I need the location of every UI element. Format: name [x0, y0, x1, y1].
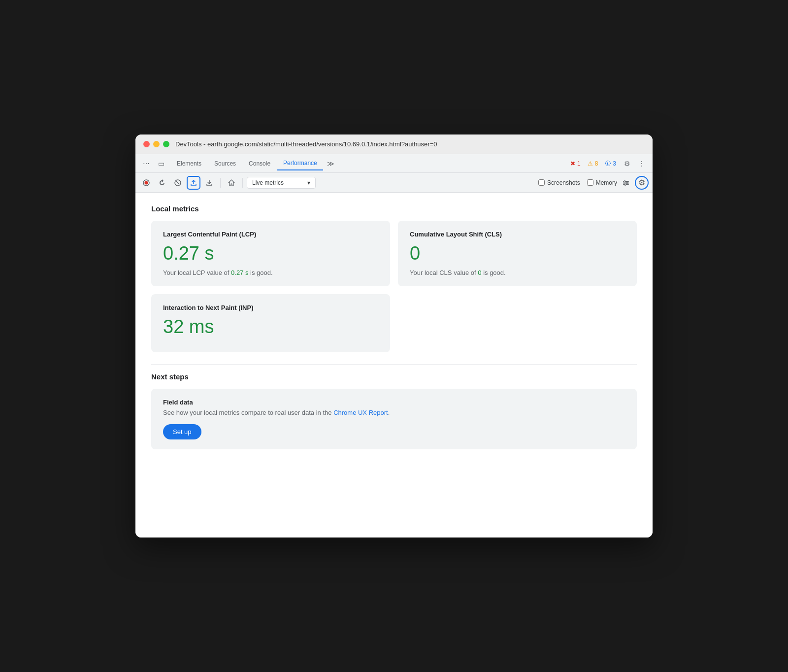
title-bar: DevTools - earth.google.com/static/multi…	[135, 134, 653, 154]
screenshots-checkbox[interactable]: Screenshots	[538, 179, 580, 186]
device-toolbar-icon[interactable]: ▭	[154, 157, 168, 170]
info-icon: 🛈	[605, 160, 611, 167]
tab-performance[interactable]: Performance	[277, 157, 323, 170]
info-badge: 🛈 3	[602, 159, 619, 168]
clear-button[interactable]	[171, 176, 185, 190]
reload-record-button[interactable]	[155, 176, 169, 190]
lcp-desc-value: 0.27 s	[231, 269, 248, 276]
next-steps-title: Next steps	[151, 372, 637, 381]
svg-line-3	[176, 181, 179, 184]
metrics-grid: Largest Contentful Paint (LCP) 0.27 s Yo…	[151, 221, 637, 286]
error-icon: ✖	[570, 160, 575, 167]
dropdown-arrow-icon: ▾	[307, 179, 310, 186]
devtools-tab-bar: ⋯ ▭ Elements Sources Console Performance…	[135, 154, 653, 173]
svg-point-7	[624, 180, 625, 182]
error-badge: ✖ 1	[567, 159, 584, 168]
screenshots-checkbox-input[interactable]	[538, 179, 545, 186]
inspect-element-icon[interactable]: ⋯	[139, 157, 153, 170]
cls-card: Cumulative Layout Shift (CLS) 0 Your loc…	[398, 221, 637, 286]
settings-icon[interactable]: ⚙	[620, 157, 634, 170]
svg-point-9	[624, 184, 626, 185]
memory-checkbox[interactable]: Memory	[587, 179, 617, 186]
lcp-desc: Your local LCP value of 0.27 s is good.	[163, 269, 378, 276]
devtools-icons: ⋯ ▭	[139, 157, 168, 170]
cls-desc: Your local CLS value of 0 is good.	[410, 269, 625, 276]
checkbox-group: Screenshots Memory	[538, 179, 617, 186]
cls-desc-prefix: Your local CLS value of	[410, 269, 478, 276]
inp-card: Interaction to Next Paint (INP) 32 ms	[151, 294, 390, 352]
field-data-desc-suffix: .	[388, 409, 390, 416]
live-metrics-label: Live metrics	[252, 179, 284, 186]
chrome-ux-report-link[interactable]: Chrome UX Report	[333, 409, 388, 416]
home-button[interactable]	[225, 176, 238, 190]
next-steps-section: Next steps Field data See how your local…	[151, 364, 637, 449]
performance-toolbar: Live metrics ▾ Screenshots Memory	[135, 173, 653, 193]
warning-count: 8	[595, 160, 598, 167]
svg-point-8	[626, 182, 628, 184]
toolbar-divider-2	[242, 178, 243, 188]
info-count: 3	[613, 160, 616, 167]
screenshots-label: Screenshots	[547, 179, 580, 186]
memory-label: Memory	[596, 179, 617, 186]
settings-gear-icon[interactable]: ⚙	[635, 176, 649, 190]
local-metrics-title: Local metrics	[151, 204, 637, 213]
lcp-card: Largest Contentful Paint (LCP) 0.27 s Yo…	[151, 221, 390, 286]
tab-console[interactable]: Console	[243, 157, 276, 170]
upload-profile-button[interactable]	[187, 176, 200, 190]
traffic-lights	[143, 141, 169, 147]
close-button[interactable]	[143, 141, 150, 147]
cls-desc-value: 0	[478, 269, 481, 276]
lcp-value: 0.27 s	[163, 243, 378, 264]
capture-settings-icon[interactable]	[619, 176, 633, 190]
inp-name: Interaction to Next Paint (INP)	[163, 304, 378, 311]
tab-elements[interactable]: Elements	[171, 157, 207, 170]
lcp-desc-prefix: Your local LCP value of	[163, 269, 231, 276]
maximize-button[interactable]	[163, 141, 169, 147]
more-tabs-icon[interactable]: ≫	[324, 157, 338, 170]
lcp-name: Largest Contentful Paint (LCP)	[163, 231, 378, 238]
warning-badge: ⚠ 8	[585, 159, 601, 168]
field-data-title: Field data	[163, 399, 625, 406]
bottom-row: Interaction to Next Paint (INP) 32 ms	[151, 294, 637, 352]
cls-desc-suffix: is good.	[482, 269, 506, 276]
field-data-card: Field data See how your local metrics co…	[151, 389, 637, 449]
cls-name: Cumulative Layout Shift (CLS)	[410, 231, 625, 238]
setup-button[interactable]: Set up	[163, 424, 201, 439]
live-metrics-dropdown[interactable]: Live metrics ▾	[247, 177, 316, 189]
svg-point-1	[145, 181, 148, 184]
memory-checkbox-input[interactable]	[587, 179, 593, 186]
warning-icon: ⚠	[588, 160, 593, 167]
error-count: 1	[577, 160, 581, 167]
field-data-desc-prefix: See how your local metrics compare to re…	[163, 409, 333, 416]
browser-window: DevTools - earth.google.com/static/multi…	[135, 134, 653, 538]
inp-value: 32 ms	[163, 316, 378, 337]
page-title: DevTools - earth.google.com/static/multi…	[175, 140, 437, 148]
cls-value: 0	[410, 243, 625, 264]
field-data-desc: See how your local metrics compare to re…	[163, 409, 625, 416]
download-profile-button[interactable]	[202, 176, 216, 190]
more-options-icon[interactable]: ⋮	[635, 157, 649, 170]
toolbar-divider-1	[220, 178, 221, 188]
minimize-button[interactable]	[153, 141, 160, 147]
tab-sources[interactable]: Sources	[208, 157, 242, 170]
main-content: Local metrics Largest Contentful Paint (…	[135, 193, 653, 538]
record-button[interactable]	[139, 176, 153, 190]
lcp-desc-suffix: is good.	[248, 269, 272, 276]
